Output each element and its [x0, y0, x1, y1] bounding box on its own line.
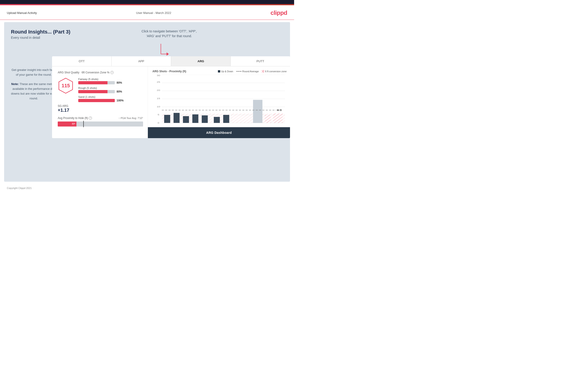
quality-header: ARG Shot Quality 6ft Conversion Zone % ? — [58, 71, 143, 74]
svg-text:20: 20 — [157, 89, 160, 92]
proximity-bar-track: 77' — [58, 122, 143, 126]
svg-rect-22 — [183, 116, 189, 123]
bar-fill-sand — [78, 99, 115, 102]
bars-section: Fairway (5 shots) 80% Rough (5 shots) — [78, 78, 143, 102]
sg-section: SG ARG +1.17 — [58, 104, 143, 113]
tab-bar: OTT APP ARG PUTT — [52, 56, 290, 66]
bar-track-fairway — [78, 81, 115, 84]
bar-label-sand: Sand (1 shots) — [78, 95, 143, 98]
main-content: Round Insights... (Part 3) Every round i… — [4, 22, 290, 182]
legend-label-avg: Round Average — [242, 70, 259, 73]
bar-row-fairway: Fairway (5 shots) 80% — [78, 78, 143, 84]
sg-label: SG ARG — [58, 104, 143, 108]
nav-hint: Click to navigate between 'OTT', 'APP', … — [141, 29, 197, 39]
help-icon[interactable]: ? — [111, 71, 114, 74]
proximity-value: 77' — [72, 123, 75, 125]
svg-rect-20 — [164, 115, 170, 123]
tab-app[interactable]: APP — [112, 56, 171, 66]
legend-label-zone: 6 ft conversion zone — [265, 70, 286, 73]
chart-svg: 0 5 10 15 20 25 30 — [152, 75, 286, 125]
legend-conversion-zone: 6 ft conversion zone — [262, 70, 286, 73]
proximity-section: Avg Proximity to Hole (ft) ? ↑ PGA Tour … — [58, 117, 143, 126]
svg-rect-26 — [223, 115, 229, 123]
bar-fill-fairway — [78, 81, 107, 84]
tab-arg[interactable]: ARG — [171, 56, 231, 66]
bar-pct-rough: 80% — [117, 90, 125, 93]
quality-label: ARG Shot Quality — [58, 71, 79, 74]
legend-label-updown: Up & Down — [221, 70, 233, 73]
chart-legend: Up & Down Round Average 6 ft conversion … — [218, 70, 286, 73]
conversion-label: 6ft Conversion Zone % ? — [82, 71, 114, 74]
manual-label: User Manual - March 2022 — [136, 11, 171, 15]
bar-container-fairway: 80% — [78, 81, 143, 84]
hex-value: 115 — [62, 83, 70, 89]
bar-fill-rough — [78, 90, 107, 93]
svg-rect-21 — [174, 113, 180, 123]
svg-rect-29 — [273, 113, 283, 123]
bar-container-rough: 80% — [78, 90, 143, 93]
svg-rect-24 — [202, 115, 208, 123]
proximity-bar-fill: 77' — [58, 122, 77, 126]
logo: clippd — [270, 9, 287, 17]
copyright: Copyright Clippd 2021 — [7, 187, 32, 189]
info-text-1: Get greater insight into each facet of y… — [11, 68, 56, 76]
chart-title: ARG Shots - Proximity (ft) — [152, 70, 186, 73]
svg-marker-2 — [167, 52, 169, 56]
bar-track-sand — [78, 99, 115, 102]
svg-text:25: 25 — [157, 81, 160, 83]
tab-putt[interactable]: PUTT — [231, 56, 290, 66]
legend-up-down: Up & Down — [218, 70, 233, 73]
footer: Copyright Clippd 2021 — [0, 184, 294, 192]
svg-rect-28 — [265, 115, 271, 123]
proximity-label: Avg Proximity to Hole (ft) ? — [58, 117, 92, 120]
top-bar — [0, 0, 294, 4]
bar-pct-sand: 100% — [117, 99, 125, 102]
svg-text:8: 8 — [280, 109, 282, 112]
bar-label-fairway: Fairway (5 shots) — [78, 78, 143, 81]
card-body: ARG Shot Quality 6ft Conversion Zone % ?… — [52, 66, 290, 138]
legend-dashed-line — [236, 71, 242, 72]
svg-rect-23 — [192, 114, 198, 123]
svg-marker-32 — [277, 109, 280, 111]
bar-track-rough — [78, 90, 115, 93]
proximity-header: Avg Proximity to Hole (ft) ? ↑ PGA Tour … — [58, 117, 143, 120]
nav-hint-line2: 'ARG' and 'PUTT' for that round. — [146, 34, 192, 38]
info-box: Get greater insight into each facet of y… — [11, 68, 57, 101]
info-note: Note: — [11, 82, 19, 86]
legend-sq-updown — [218, 70, 220, 73]
bar-label-rough: Rough (5 shots) — [78, 87, 143, 89]
dashboard-button[interactable]: ARG Dashboard — [148, 127, 290, 138]
nav-hint-line1: Click to navigate between 'OTT', 'APP', — [141, 29, 197, 33]
bar-container-sand: 100% — [78, 99, 143, 102]
proximity-marker — [83, 121, 84, 127]
bar-pct-fairway: 80% — [117, 81, 125, 84]
left-panel: ARG Shot Quality 6ft Conversion Zone % ?… — [52, 66, 148, 138]
legend-round-avg: Round Average — [236, 70, 259, 73]
round-insights-card: OTT APP ARG PUTT ARG Shot Quality 6ft Co… — [52, 56, 290, 138]
svg-text:0: 0 — [158, 122, 159, 124]
legend-hatched-box — [262, 70, 264, 73]
hex-badge: 115 — [58, 78, 74, 94]
right-panel: ARG Shots - Proximity (ft) Up & Down Rou… — [148, 66, 290, 138]
svg-rect-25 — [214, 117, 220, 123]
svg-rect-27 — [253, 100, 262, 123]
header: Upload Manual Activity User Manual - Mar… — [0, 5, 294, 20]
bar-row-sand: Sand (1 shots) 100% — [78, 95, 143, 102]
svg-text:15: 15 — [157, 97, 160, 99]
chart-area: 0 5 10 15 20 25 30 — [152, 75, 286, 125]
upload-label: Upload Manual Activity — [7, 11, 37, 15]
pga-label: ↑ PGA Tour Avg: 7'10" — [119, 117, 143, 119]
svg-text:5: 5 — [158, 113, 159, 116]
chart-header: ARG Shots - Proximity (ft) Up & Down Rou… — [152, 70, 286, 73]
bar-row-rough: Rough (5 shots) 80% — [78, 87, 143, 93]
proximity-help-icon[interactable]: ? — [89, 117, 92, 120]
tab-ott[interactable]: OTT — [52, 56, 112, 66]
svg-text:30: 30 — [157, 75, 160, 76]
svg-text:10: 10 — [157, 105, 160, 108]
sg-value: +1.17 — [58, 108, 143, 113]
